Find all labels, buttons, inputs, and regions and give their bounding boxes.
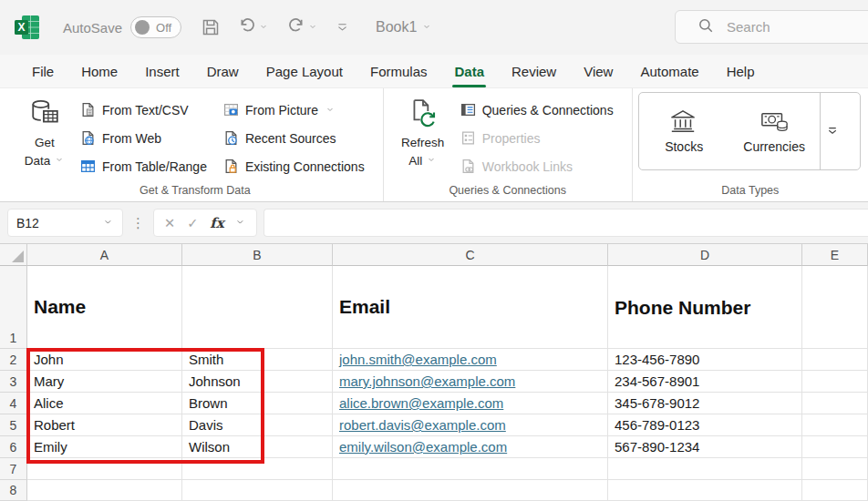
cell-D1[interactable]: Phone Number bbox=[608, 266, 802, 349]
column-header-c[interactable]: C bbox=[333, 244, 608, 266]
row-header-1[interactable]: 1 bbox=[0, 266, 27, 349]
ribbon-button-from-table-range[interactable]: From Table/Range bbox=[73, 152, 216, 180]
cell-C2[interactable]: john.smith@example.com bbox=[333, 349, 608, 371]
row-header-7[interactable]: 7 bbox=[0, 458, 27, 480]
cell-E8[interactable] bbox=[802, 480, 868, 501]
tab-view[interactable]: View bbox=[570, 55, 626, 87]
row-header-4[interactable]: 4 bbox=[0, 393, 27, 414]
cell-A6[interactable]: Emily bbox=[27, 436, 182, 458]
cell-C5[interactable]: robert.davis@example.com bbox=[333, 414, 608, 436]
cell-B1[interactable] bbox=[182, 266, 333, 349]
more-commands-icon[interactable] bbox=[336, 22, 348, 34]
cell-D5[interactable]: 456-789-0123 bbox=[608, 414, 802, 436]
column-header-b[interactable]: B bbox=[182, 244, 333, 266]
column-header-e[interactable]: E bbox=[802, 244, 868, 266]
refresh-all-button[interactable]: Refresh All bbox=[393, 94, 453, 184]
cell-C6[interactable]: emily.wilson@example.com bbox=[333, 436, 608, 458]
cell-A5[interactable]: Robert bbox=[27, 414, 182, 436]
email-link[interactable]: emily.wilson@example.com bbox=[339, 439, 507, 455]
email-link[interactable]: robert.davis@example.com bbox=[339, 417, 506, 433]
row-header-3[interactable]: 3 bbox=[0, 371, 27, 393]
cell-A1[interactable]: Name bbox=[27, 266, 182, 349]
autosave-control[interactable]: AutoSave Off bbox=[63, 16, 181, 38]
cell-E6[interactable] bbox=[802, 436, 868, 458]
email-link[interactable]: alice.brown@example.com bbox=[339, 395, 503, 411]
row-header-6[interactable]: 6 bbox=[0, 436, 27, 458]
gallery-more-button[interactable] bbox=[820, 93, 845, 169]
cell-E5[interactable] bbox=[802, 414, 868, 436]
cell-E4[interactable] bbox=[802, 393, 868, 414]
tab-insert[interactable]: Insert bbox=[131, 55, 193, 87]
cell-C3[interactable]: mary.johnson@example.com bbox=[333, 371, 608, 393]
tab-data[interactable]: Data bbox=[440, 55, 498, 87]
cell-D2[interactable]: 123-456-7890 bbox=[608, 349, 802, 371]
data-type-stocks[interactable]: Stocks bbox=[639, 93, 729, 169]
enter-icon[interactable]: ✓ bbox=[187, 216, 198, 230]
cell-D4[interactable]: 345-678-9012 bbox=[608, 393, 802, 414]
formula-input[interactable] bbox=[264, 209, 868, 237]
data-type-currencies[interactable]: Currencies bbox=[729, 93, 820, 169]
cell-A2[interactable]: John bbox=[27, 349, 182, 371]
cell-B3[interactable]: Johnson bbox=[182, 371, 333, 393]
cell-A8[interactable] bbox=[27, 480, 182, 501]
redo-chevron-icon[interactable] bbox=[309, 19, 318, 36]
ribbon-button-existing-connections[interactable]: Existing Connections bbox=[216, 152, 374, 180]
ribbon-button-recent-sources[interactable]: Recent Sources bbox=[216, 124, 374, 152]
redo-button[interactable] bbox=[287, 16, 318, 38]
tab-help[interactable]: Help bbox=[713, 55, 769, 87]
cell-E2[interactable] bbox=[802, 349, 868, 371]
chevron-down-icon[interactable] bbox=[236, 215, 246, 231]
tab-formulas[interactable]: Formulas bbox=[356, 55, 441, 87]
cell-A4[interactable]: Alice bbox=[27, 393, 182, 414]
get-data-button[interactable]: Get Data bbox=[16, 94, 73, 184]
row-header-8[interactable]: 8 bbox=[0, 480, 27, 501]
search-input[interactable]: Search bbox=[675, 10, 868, 44]
column-header-d[interactable]: D bbox=[608, 244, 802, 266]
cell-D7[interactable] bbox=[608, 458, 802, 480]
tab-home[interactable]: Home bbox=[67, 55, 131, 87]
cell-E7[interactable] bbox=[802, 458, 868, 480]
insert-function-button[interactable]: fx bbox=[210, 215, 223, 231]
ribbon-button-from-text-csv[interactable]: From Text/CSV bbox=[73, 96, 216, 124]
tab-automate[interactable]: Automate bbox=[626, 55, 712, 87]
row-header-5[interactable]: 5 bbox=[0, 414, 27, 436]
undo-chevron-icon[interactable] bbox=[260, 19, 269, 36]
undo-button[interactable] bbox=[238, 16, 269, 38]
cancel-icon[interactable]: ✕ bbox=[164, 216, 175, 230]
cell-C7[interactable] bbox=[333, 458, 608, 480]
tab-page-layout[interactable]: Page Layout bbox=[253, 55, 356, 87]
cell-B5[interactable]: Davis bbox=[182, 414, 333, 436]
tab-draw[interactable]: Draw bbox=[193, 55, 253, 87]
cell-E3[interactable] bbox=[802, 371, 868, 393]
column-header-a[interactable]: A bbox=[27, 244, 182, 266]
ribbon-button-from-web[interactable]: From Web bbox=[73, 124, 216, 152]
cell-A7[interactable] bbox=[27, 458, 182, 480]
formula-bar-grip-icon[interactable]: ⋮ bbox=[129, 215, 147, 231]
document-title[interactable]: Book1 bbox=[376, 19, 432, 36]
cell-A3[interactable]: Mary bbox=[27, 371, 182, 393]
cell-B8[interactable] bbox=[182, 480, 333, 501]
cell-B6[interactable]: Wilson bbox=[182, 436, 333, 458]
cell-C1[interactable]: Email bbox=[333, 266, 608, 349]
cell-D6[interactable]: 567-890-1234 bbox=[608, 436, 802, 458]
cell-B4[interactable]: Brown bbox=[182, 393, 333, 414]
ribbon-button-queries-connections[interactable]: Queries & Connections bbox=[453, 96, 623, 124]
autosave-toggle[interactable]: Off bbox=[130, 16, 181, 38]
cell-B2[interactable]: Smith bbox=[182, 349, 333, 371]
row-header-2[interactable]: 2 bbox=[0, 349, 27, 371]
cell-B7[interactable] bbox=[182, 458, 333, 480]
email-link[interactable]: john.smith@example.com bbox=[339, 352, 497, 367]
cell-C8[interactable] bbox=[333, 480, 608, 501]
select-all-button[interactable] bbox=[0, 244, 27, 266]
cell-D8[interactable] bbox=[608, 480, 802, 501]
chevron-down-icon[interactable] bbox=[104, 216, 114, 230]
save-button[interactable] bbox=[202, 18, 220, 36]
tab-review[interactable]: Review bbox=[498, 55, 570, 87]
name-box[interactable]: B12 bbox=[7, 209, 123, 237]
cell-D3[interactable]: 234-567-8901 bbox=[608, 371, 802, 393]
tab-file[interactable]: File bbox=[18, 55, 67, 87]
email-link[interactable]: mary.johnson@example.com bbox=[339, 373, 515, 389]
ribbon-button-from-picture[interactable]: From Picture bbox=[216, 96, 374, 124]
cell-E1[interactable] bbox=[802, 266, 868, 349]
cell-C4[interactable]: alice.brown@example.com bbox=[333, 393, 608, 414]
